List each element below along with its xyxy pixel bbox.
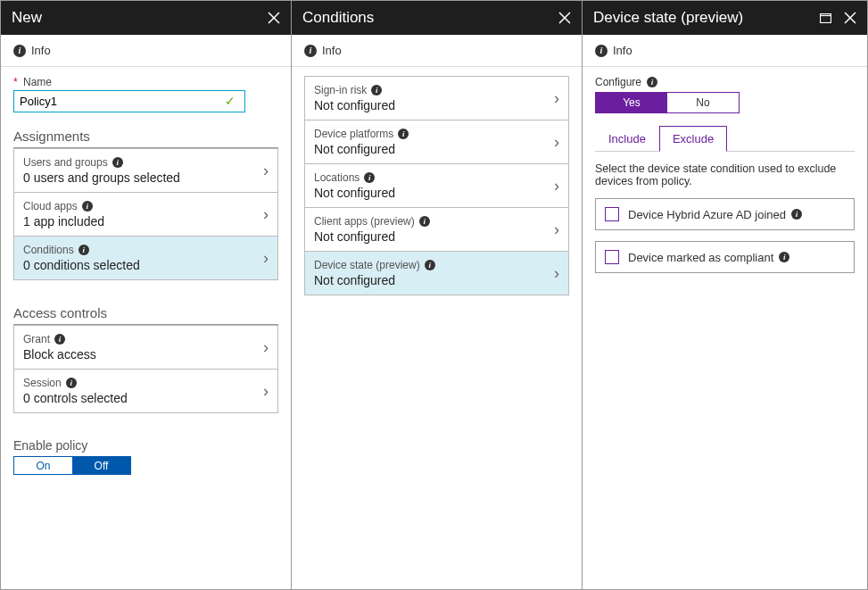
close-icon[interactable] (268, 12, 280, 24)
required-star-icon: * (13, 76, 18, 88)
chevron-right-icon: › (554, 220, 559, 239)
configure-toggle[interactable]: Yes No (595, 92, 740, 113)
locations-item[interactable]: Locationsi Not configured › (304, 164, 569, 208)
maximize-icon[interactable] (820, 13, 831, 23)
conditions-item[interactable]: Conditions i 0 conditions selected › (13, 237, 278, 280)
info-icon: i (647, 77, 657, 87)
enable-policy-toggle[interactable]: On Off (13, 456, 131, 475)
info-label: Info (31, 44, 51, 57)
info-icon: i (364, 172, 375, 183)
blade-conditions: Conditions i Info Sign-in riski Not conf… (292, 1, 583, 589)
device-state-item[interactable]: Device state (preview)i Not configured › (304, 252, 569, 295)
name-field-label: * Name (13, 76, 278, 88)
blade-conditions-title: Conditions (302, 9, 374, 27)
checkmark-icon: ✓ (225, 94, 236, 108)
info-label: Info (322, 44, 342, 57)
enable-policy-title: Enable policy (13, 438, 278, 453)
info-icon: i (371, 85, 382, 96)
cloud-apps-item[interactable]: Cloud apps i 1 app included › (13, 193, 278, 237)
chevron-right-icon: › (263, 249, 269, 268)
chevron-right-icon: › (263, 162, 269, 180)
configure-label-row: Configure i (595, 76, 855, 88)
chevron-right-icon: › (554, 177, 559, 195)
enable-policy-off[interactable]: Off (72, 457, 130, 474)
info-label: Info (613, 44, 632, 57)
info-icon: i (82, 201, 93, 212)
assignments-list: Users and groups i 0 users and groups se… (13, 148, 278, 280)
users-and-groups-item[interactable]: Users and groups i 0 users and groups se… (13, 149, 278, 193)
blade-new-header: New (1, 1, 291, 35)
info-bar[interactable]: i Info (583, 35, 867, 67)
close-icon[interactable] (558, 12, 571, 24)
chevron-right-icon: › (554, 133, 559, 152)
signin-risk-item[interactable]: Sign-in riski Not configured › (304, 77, 569, 120)
chevron-right-icon: › (263, 205, 269, 224)
blade-device-state-title: Device state (preview) (593, 9, 743, 27)
info-icon: i (791, 209, 802, 220)
include-exclude-tabs: Include Exclude (595, 126, 855, 152)
checkbox-hybrid-azure-ad[interactable]: Device Hybrid Azure AD joined i (595, 198, 855, 230)
device-platforms-item[interactable]: Device platformsi Not configured › (304, 120, 569, 164)
conditions-list: Sign-in riski Not configured › Device pl… (304, 76, 569, 295)
info-icon: i (54, 334, 65, 345)
blade-device-state: Device state (preview) i Info Configure … (583, 1, 867, 589)
tab-exclude[interactable]: Exclude (659, 126, 727, 152)
grant-item[interactable]: Grant i Block access › (13, 326, 278, 370)
info-icon: i (425, 260, 435, 270)
blade-device-state-header: Device state (preview) (583, 1, 867, 35)
info-icon: i (112, 157, 123, 168)
chevron-right-icon: › (263, 338, 269, 357)
info-bar[interactable]: i Info (1, 35, 291, 67)
assignments-section-title: Assignments (13, 129, 278, 144)
info-icon: i (398, 129, 409, 139)
info-icon: i (595, 45, 608, 57)
checkbox-compliant[interactable]: Device marked as compliant i (595, 241, 855, 273)
info-icon: i (779, 252, 789, 262)
info-icon: i (13, 45, 26, 57)
info-icon: i (66, 378, 77, 388)
name-input[interactable] (13, 90, 245, 112)
info-icon: i (419, 216, 430, 227)
configure-yes[interactable]: Yes (596, 93, 667, 112)
info-bar[interactable]: i Info (292, 35, 582, 67)
access-controls-section-title: Access controls (13, 305, 278, 320)
checkbox-icon (605, 250, 619, 264)
exclude-description: Select the device state condition used t… (595, 162, 855, 187)
blade-new: New i Info * Name ✓ Assignments (1, 1, 292, 589)
session-item[interactable]: Session i 0 controls selected › (13, 370, 278, 413)
access-controls-list: Grant i Block access › Session i 0 contr… (13, 325, 278, 413)
enable-policy-on[interactable]: On (14, 457, 72, 474)
chevron-right-icon: › (554, 264, 559, 283)
checkbox-icon (605, 207, 619, 221)
blade-conditions-header: Conditions (292, 1, 582, 35)
info-icon: i (79, 245, 89, 255)
chevron-right-icon: › (554, 89, 559, 108)
close-icon[interactable] (844, 12, 856, 24)
info-icon: i (304, 45, 317, 57)
blade-new-title: New (12, 9, 42, 27)
tab-include[interactable]: Include (595, 126, 659, 152)
client-apps-item[interactable]: Client apps (preview)i Not configured › (304, 208, 569, 252)
configure-no[interactable]: No (667, 93, 739, 112)
chevron-right-icon: › (263, 382, 269, 401)
